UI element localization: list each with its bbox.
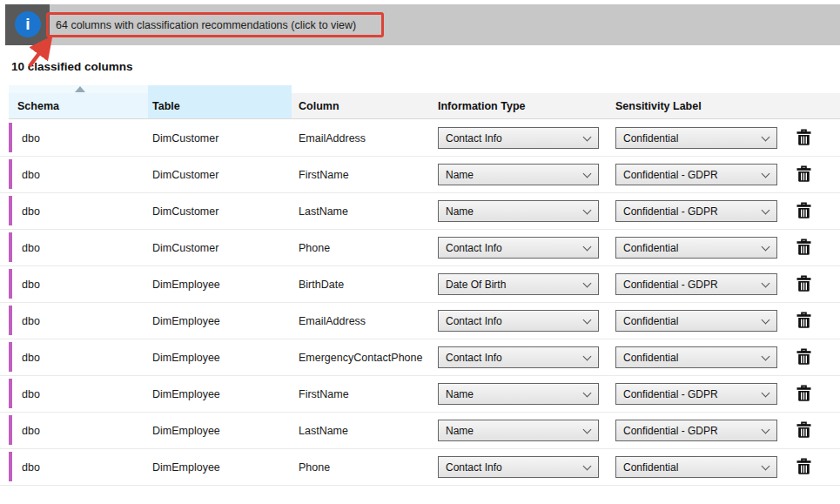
chevron-down-icon <box>583 133 592 142</box>
row-accent-bar <box>9 342 12 372</box>
trash-icon <box>796 421 811 439</box>
recommendations-banner-text[interactable]: 64 columns with classification recommend… <box>56 4 356 45</box>
data-classification-panel: i 64 columns with classification recomme… <box>0 0 840 504</box>
cell-schema: dbo <box>22 157 40 193</box>
information-type-value: Name <box>446 388 474 400</box>
information-type-value: Name <box>446 205 474 218</box>
delete-row-button[interactable] <box>794 202 813 221</box>
header-label-table[interactable]: Table <box>152 93 180 119</box>
sensitivity-label-value: Confidential - GDPR <box>623 169 718 181</box>
information-type-select[interactable]: Name <box>438 420 599 441</box>
chevron-down-icon <box>762 389 770 398</box>
sensitivity-label-value: Confidential <box>623 352 678 364</box>
delete-row-button[interactable] <box>794 312 813 331</box>
header-label-column[interactable]: Column <box>299 93 339 119</box>
information-type-value: Contact Info <box>446 352 502 364</box>
sensitivity-label-select[interactable]: Confidential <box>615 346 777 368</box>
header-label-schema[interactable]: Schema <box>17 93 59 119</box>
information-type-select[interactable]: Contact Info <box>438 127 599 149</box>
delete-row-button[interactable] <box>794 275 813 294</box>
table-row: dbo DimEmployee LastName Name Confidenti… <box>0 413 840 449</box>
chevron-down-icon <box>762 206 770 215</box>
information-type-select[interactable]: Contact Info <box>438 456 599 478</box>
sensitivity-label-select[interactable]: Confidential <box>615 456 777 478</box>
information-type-select[interactable]: Name <box>438 200 599 222</box>
sensitivity-label-select[interactable]: Confidential <box>615 310 777 332</box>
table-row: dbo DimEmployee EmergencyContactPhone Co… <box>0 339 840 376</box>
delete-row-button[interactable] <box>794 385 813 404</box>
cell-table: DimEmployee <box>152 339 220 376</box>
sensitivity-label-select[interactable]: Confidential <box>615 237 777 259</box>
cell-table: DimEmployee <box>152 413 220 449</box>
table-row: dbo DimEmployee EmailAddress Contact Inf… <box>0 303 840 339</box>
cell-schema: dbo <box>22 413 40 449</box>
cell-schema: dbo <box>22 449 40 486</box>
chevron-down-icon <box>762 133 770 142</box>
information-type-select[interactable]: Name <box>438 383 599 405</box>
cell-schema: dbo <box>22 193 40 230</box>
cell-table: DimCustomer <box>152 157 218 193</box>
row-accent-bar <box>9 415 12 445</box>
header-label-sensitivity-label[interactable]: Sensitivity Label <box>615 93 702 119</box>
cell-column: EmailAddress <box>299 303 366 339</box>
information-type-select[interactable]: Contact Info <box>438 237 599 259</box>
delete-row-button[interactable] <box>794 458 813 477</box>
classified-columns-list: dbo DimCustomer EmailAddress Contact Inf… <box>0 120 840 486</box>
information-type-value: Date Of Birth <box>446 279 506 291</box>
trash-icon <box>796 385 811 402</box>
sort-asc-icon <box>75 86 85 92</box>
recommendations-banner[interactable]: i 64 columns with classification recomme… <box>5 4 840 45</box>
trash-icon <box>796 239 811 256</box>
table-row: dbo DimEmployee Phone Contact Info Confi… <box>0 449 840 486</box>
row-accent-bar <box>9 196 12 225</box>
information-type-select[interactable]: Date Of Birth <box>438 273 599 295</box>
information-type-select[interactable]: Contact Info <box>438 310 599 332</box>
information-type-value: Contact Info <box>446 242 502 254</box>
trash-icon <box>796 275 811 292</box>
chevron-down-icon <box>583 170 592 178</box>
table-row: dbo DimCustomer FirstName Name Confident… <box>0 157 840 193</box>
cell-schema: dbo <box>22 303 40 339</box>
sensitivity-label-select[interactable]: Confidential - GDPR <box>615 273 777 295</box>
delete-row-button[interactable] <box>794 239 813 258</box>
delete-row-button[interactable] <box>794 421 813 440</box>
delete-row-button[interactable] <box>794 348 813 367</box>
cell-table: DimEmployee <box>152 376 220 413</box>
sensitivity-label-value: Confidential <box>623 242 678 254</box>
cell-column: BirthDate <box>299 266 344 303</box>
trash-icon <box>796 348 811 366</box>
cell-schema: dbo <box>22 339 40 376</box>
chevron-down-icon <box>762 279 770 288</box>
table-row: dbo DimEmployee FirstName Name Confident… <box>0 376 840 413</box>
information-type-select[interactable]: Name <box>438 164 599 185</box>
cell-column: EmailAddress <box>299 120 366 157</box>
sensitivity-label-value: Confidential - GDPR <box>623 279 718 291</box>
sensitivity-label-value: Confidential <box>623 132 678 144</box>
sensitivity-label-select[interactable]: Confidential - GDPR <box>615 383 777 405</box>
table-row: dbo DimEmployee BirthDate Date Of Birth … <box>0 266 840 303</box>
cell-table: DimEmployee <box>152 449 220 486</box>
sensitivity-label-select[interactable]: Confidential - GDPR <box>615 164 777 185</box>
cell-schema: dbo <box>22 230 40 266</box>
trash-icon <box>796 165 811 183</box>
cell-column: FirstName <box>299 157 349 193</box>
header-label-information-type[interactable]: Information Type <box>438 93 525 119</box>
sensitivity-label-select[interactable]: Confidential - GDPR <box>615 200 777 222</box>
sensitivity-label-select[interactable]: Confidential - GDPR <box>615 420 777 441</box>
info-icon-tile: i <box>5 4 50 45</box>
row-accent-bar <box>9 269 12 299</box>
row-accent-bar <box>9 379 12 408</box>
chevron-down-icon <box>762 353 770 361</box>
cell-schema: dbo <box>22 376 40 413</box>
cell-table: DimCustomer <box>152 230 218 266</box>
cell-table: DimEmployee <box>152 303 220 339</box>
row-accent-bar <box>9 232 12 262</box>
information-type-select[interactable]: Contact Info <box>438 346 599 368</box>
information-type-value: Name <box>446 425 474 437</box>
delete-row-button[interactable] <box>794 129 813 148</box>
table-row: dbo DimCustomer EmailAddress Contact Inf… <box>0 120 840 157</box>
trash-icon <box>796 458 811 475</box>
delete-row-button[interactable] <box>794 165 813 185</box>
cell-schema: dbo <box>22 120 40 157</box>
sensitivity-label-select[interactable]: Confidential <box>615 127 777 149</box>
